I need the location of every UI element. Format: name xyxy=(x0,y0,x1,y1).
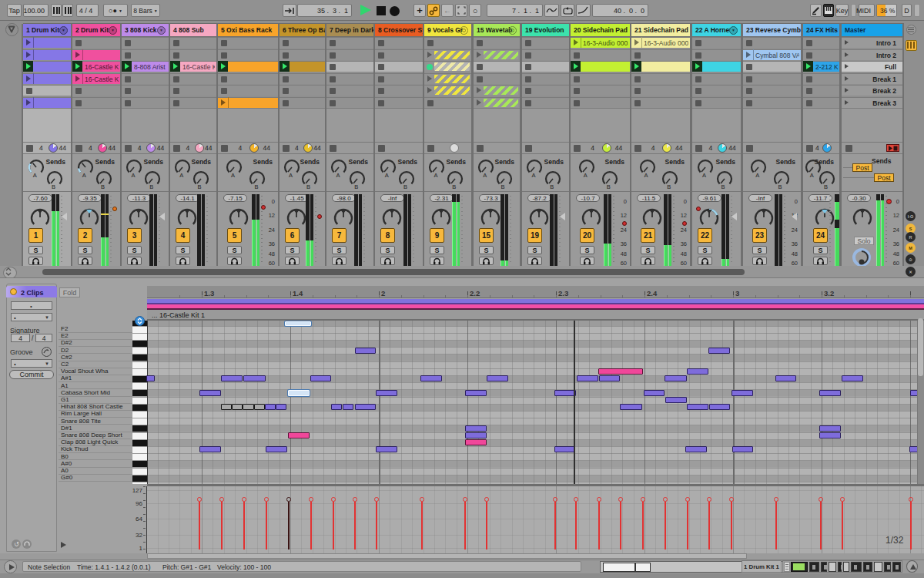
svg-text:↺: ↺ xyxy=(14,541,19,548)
